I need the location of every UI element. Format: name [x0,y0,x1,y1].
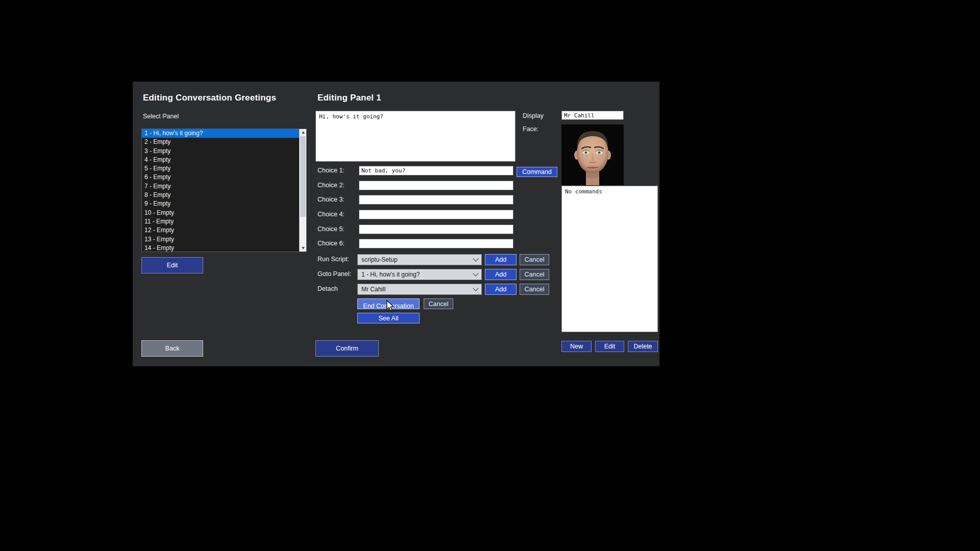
panel-list-item[interactable]: 8 - Empty [142,191,299,199]
choice-6-label: Choice 6: [317,240,345,247]
face-label: Face: [523,126,538,133]
goto-panel-combo[interactable]: 1 - Hi, how's it going? [357,269,482,280]
scroll-up-icon[interactable] [300,129,306,136]
confirm-button[interactable]: Confirm [315,340,379,357]
see-all-button[interactable]: See All [357,313,420,323]
mouse-cursor-icon [385,300,396,312]
detach-combo[interactable]: Mr Cahill [357,284,482,295]
choice-2-input[interactable] [359,181,513,190]
panel-list-item[interactable]: 2 - Empty [142,138,299,146]
delete-command-button[interactable]: Delete [628,341,658,352]
panel-list-item[interactable]: 7 - Empty [142,182,299,191]
panel-list-item[interactable]: 13 - Empty [142,235,299,244]
panel-list-item[interactable]: 9 - Empty [142,199,299,208]
new-command-button[interactable]: New [561,341,592,352]
goto-panel-cancel-button[interactable]: Cancel [520,269,549,280]
choice-3-input[interactable] [359,195,513,205]
choice-4-input[interactable] [359,210,513,219]
panel-list-item[interactable]: 3 - Empty [142,147,299,156]
chevron-down-icon [473,256,478,261]
choice-1-label: Choice 1: [317,167,345,174]
run-script-add-button[interactable]: Add [485,254,517,265]
chevron-down-icon [473,270,478,276]
panel-list-item[interactable]: 1 - Hi, how's it going? [142,129,299,138]
face-portrait-icon [561,124,624,185]
run-script-label: Run Script: [317,256,349,263]
panel-list-item[interactable]: 12 - Empty [142,226,299,235]
choice-3-label: Choice 3: [317,196,345,203]
face-image [561,124,624,185]
edit-panel-button[interactable]: Edit [141,257,203,273]
display-label: Display [523,112,544,119]
panel-list-item[interactable]: 4 - Empty [142,156,299,164]
scroll-down-icon[interactable] [300,245,306,252]
choice-5-input[interactable] [359,224,513,234]
command-button[interactable]: Command [517,167,557,177]
panel-list-item[interactable]: 5 - Empty [142,164,299,173]
choice-4-label: Choice 4: [317,211,345,218]
conversation-editor-window: Editing Conversation Greetings Select Pa… [133,82,659,366]
run-script-value: scriptu-Setup [361,256,474,263]
choice-1-input[interactable] [359,166,513,176]
choice-5-label: Choice 5: [317,226,345,233]
commands-listbox[interactable]: No commands [561,186,658,332]
panel-list-item[interactable]: 11 - Empty [142,217,299,226]
select-panel-label: Select Panel [143,113,179,120]
back-button[interactable]: Back [141,340,203,357]
detach-cancel-button[interactable]: Cancel [520,284,549,295]
goto-panel-add-button[interactable]: Add [485,269,517,280]
panel-list: 1 - Hi, how's it going? 2 - Empty 3 - Em… [142,129,299,252]
chevron-down-icon [473,285,478,291]
panel-text-area[interactable]: Hi, how's it going? [315,111,516,162]
editor-title: Editing Panel 1 [317,93,381,103]
choice-6-input[interactable] [359,239,513,248]
detach-label: Detach [317,285,338,292]
goto-panel-value: 1 - Hi, how's it going? [361,271,474,278]
detach-value: Mr Cahill [361,286,474,293]
choice-2-label: Choice 2: [317,182,345,189]
edit-command-button[interactable]: Edit [595,341,624,352]
end-conversation-cancel-button[interactable]: Cancel [424,298,453,309]
run-script-combo[interactable]: scriptu-Setup [357,254,482,265]
panel-list-scrollbar[interactable] [299,129,306,252]
panel-listbox[interactable]: 1 - Hi, how's it going? 2 - Empty 3 - Em… [141,129,307,252]
left-panel-title: Editing Conversation Greetings [143,93,276,103]
display-name-input[interactable] [561,111,624,120]
run-script-cancel-button[interactable]: Cancel [520,254,549,265]
panel-list-item[interactable]: 14 - Empty [142,244,299,252]
panel-list-item[interactable]: 6 - Empty [142,173,299,182]
goto-panel-label: Goto Panel: [317,270,351,278]
panel-list-item[interactable]: 10 - Empty [142,209,299,217]
detach-add-button[interactable]: Add [485,284,517,295]
scrollbar-thumb[interactable] [300,136,306,217]
